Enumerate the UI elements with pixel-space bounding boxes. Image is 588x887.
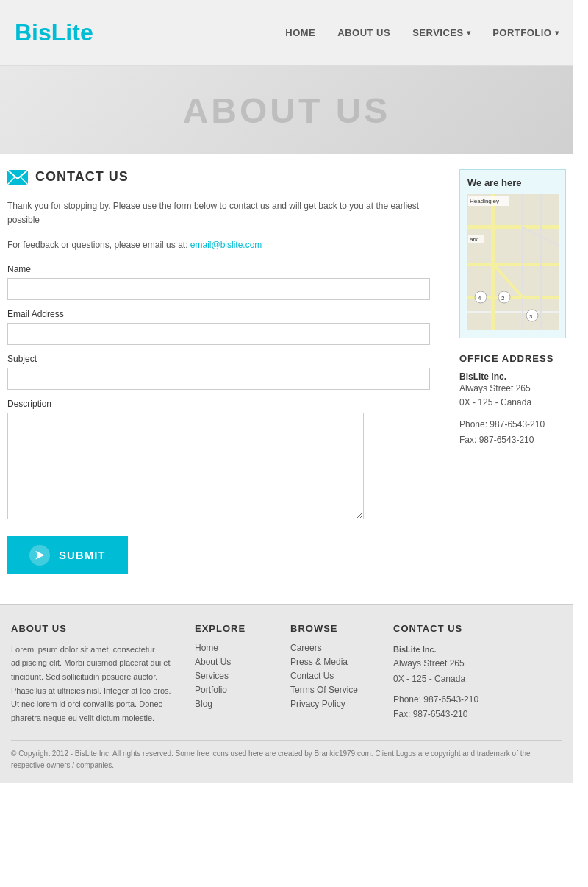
nav-about[interactable]: ABOUT US xyxy=(337,27,390,38)
map-image: Headingley ark 2 3 4 xyxy=(467,194,559,330)
footer-browse-careers[interactable]: Careers xyxy=(290,643,379,653)
footer-about-heading: ABOUT US xyxy=(11,623,180,634)
intro-text: Thank you for stopping by. Please use th… xyxy=(7,199,445,227)
feedback-text: For feedback or questions, please email … xyxy=(7,238,445,252)
footer-office-phone: Phone: 987-6543-210 Fax: 987-6543-210 xyxy=(393,692,562,722)
footer-browse-privacy[interactable]: Privacy Policy xyxy=(290,699,379,709)
svg-text:4: 4 xyxy=(478,295,481,302)
email-group: Email Address xyxy=(7,309,445,345)
main-content: CONTACT US Thank you for stopping by. Pl… xyxy=(0,154,573,589)
footer-explore-home[interactable]: Home xyxy=(195,643,276,653)
nav-services[interactable]: SERVICES ▾ xyxy=(412,27,470,38)
services-chevron-icon: ▾ xyxy=(467,29,471,37)
contact-title: CONTACT US xyxy=(35,169,129,185)
header: BisLite HOME ABOUT US SERVICES ▾ PORTFOL… xyxy=(0,0,573,66)
footer-browse-heading: BROWSE xyxy=(290,623,379,634)
hero-title: ABOUT US xyxy=(183,90,391,131)
subject-label: Subject xyxy=(7,354,445,364)
description-label: Description xyxy=(7,399,445,409)
submit-button[interactable]: ➤ SUBMIT xyxy=(7,536,128,574)
footer-copyright: © Copyright 2012 - BisLite Inc. All righ… xyxy=(11,740,562,772)
footer-explore-blog[interactable]: Blog xyxy=(195,699,276,709)
footer-browse: BROWSE Careers Press & Media Contact Us … xyxy=(290,623,379,725)
email-input[interactable] xyxy=(7,323,430,345)
svg-text:Headingley: Headingley xyxy=(470,198,499,204)
footer-explore-about[interactable]: About Us xyxy=(195,657,276,667)
subject-input[interactable] xyxy=(7,368,430,390)
name-group: Name xyxy=(7,264,445,300)
description-group: Description xyxy=(7,399,445,521)
svg-text:3: 3 xyxy=(529,313,533,320)
map-box: We are here xyxy=(459,169,566,338)
svg-text:ark: ark xyxy=(470,236,478,243)
svg-text:2: 2 xyxy=(501,295,505,302)
nav: HOME ABOUT US SERVICES ▾ PORTFOLIO ▾ xyxy=(285,27,559,38)
nav-portfolio[interactable]: PORTFOLIO ▾ xyxy=(492,27,559,38)
footer: ABOUT US Lorem ipsum dolor sit amet, con… xyxy=(0,604,573,783)
left-column: CONTACT US Thank you for stopping by. Pl… xyxy=(7,169,445,574)
footer-about-text: Lorem ipsum dolor sit amet, consectetur … xyxy=(11,643,180,725)
contact-email-link[interactable]: email@bislite.com xyxy=(190,240,262,250)
logo-lite: Lite xyxy=(51,19,93,46)
footer-explore-portfolio[interactable]: Portfolio xyxy=(195,685,276,695)
footer-explore-services[interactable]: Services xyxy=(195,671,276,681)
hero-banner: ABOUT US xyxy=(0,66,573,154)
map-heading: We are here xyxy=(467,177,558,188)
footer-office-addr: Always Street 265 0X - 125 - Canada xyxy=(393,656,562,686)
office-name: BisLite Inc. xyxy=(459,371,566,382)
footer-browse-press[interactable]: Press & Media xyxy=(290,657,379,667)
submit-arrow-icon: ➤ xyxy=(29,545,50,566)
footer-explore: EXPLORE Home About Us Services Portfolio… xyxy=(195,623,276,725)
footer-office-name: BisLite Inc. xyxy=(393,643,562,657)
footer-grid: ABOUT US Lorem ipsum dolor sit amet, con… xyxy=(11,623,562,725)
nav-home[interactable]: HOME xyxy=(285,27,315,38)
portfolio-chevron-icon: ▾ xyxy=(555,29,559,37)
envelope-icon xyxy=(7,170,28,185)
office-address-text: Always Street 265 0X - 125 - Canada xyxy=(459,382,566,410)
name-input[interactable] xyxy=(7,278,430,300)
office-heading: OFFICE ADDRESS xyxy=(459,353,566,364)
footer-explore-heading: EXPLORE xyxy=(195,623,276,634)
description-textarea[interactable] xyxy=(7,413,364,519)
footer-browse-contact[interactable]: Contact Us xyxy=(290,671,379,681)
office-address: OFFICE ADDRESS BisLite Inc. Always Stree… xyxy=(459,353,566,447)
footer-contact-heading: CONTACT US xyxy=(393,623,562,634)
name-label: Name xyxy=(7,264,445,274)
map-svg: Headingley ark 2 3 4 xyxy=(467,194,559,330)
svg-rect-3 xyxy=(467,194,559,330)
footer-browse-tos[interactable]: Terms Of Service xyxy=(290,685,379,695)
submit-label: SUBMIT xyxy=(59,549,106,561)
footer-about: ABOUT US Lorem ipsum dolor sit amet, con… xyxy=(11,623,180,725)
email-label: Email Address xyxy=(7,309,445,319)
logo: BisLite xyxy=(15,19,93,46)
right-column: We are here xyxy=(459,169,566,574)
logo-bis: Bis xyxy=(15,19,51,46)
footer-contact: CONTACT US BisLite Inc. Always Street 26… xyxy=(393,623,562,725)
subject-group: Subject xyxy=(7,354,445,390)
contact-heading: CONTACT US xyxy=(7,169,445,185)
office-phone-fax: Phone: 987-6543-210 Fax: 987-6543-210 xyxy=(459,417,566,447)
